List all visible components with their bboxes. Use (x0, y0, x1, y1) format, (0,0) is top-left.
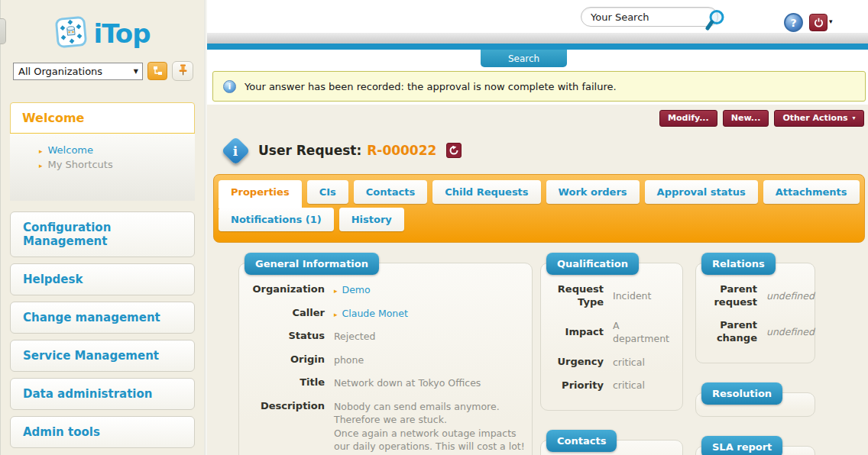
field-origin: Origin phone (245, 353, 526, 367)
search-input[interactable] (581, 7, 718, 27)
caller-link[interactable]: ▸Claude Monet (334, 307, 526, 321)
field-priority: Priority critical (547, 379, 676, 392)
relations-header[interactable]: Relations (701, 253, 776, 275)
field-label: Request Type (547, 283, 613, 309)
tab-child-requests[interactable]: Child Requests (432, 180, 540, 204)
tab-cis[interactable]: CIs (307, 180, 348, 204)
relations-panel: Relations Parent request undefined Paren… (695, 263, 815, 363)
field-label: Origin (245, 353, 334, 366)
field-parent-change: Parent change undefined (702, 319, 808, 345)
search-button[interactable]: Search (481, 50, 567, 67)
field-label: Status (245, 330, 334, 343)
field-caller: Caller ▸Claude Monet (245, 307, 526, 321)
header-blue-band (207, 44, 868, 50)
new-button-label: New... (731, 113, 761, 123)
sidebar-section-change-management[interactable]: Change management (10, 302, 195, 334)
page-title-ref: R-000022 (367, 143, 436, 158)
sidebar: iTop All Organizations ▼ (1, 0, 204, 455)
sidebar-section-helpdesk[interactable]: Helpdesk (10, 263, 195, 295)
info-glyph: i (233, 143, 238, 158)
field-organization: Organization ▸Demo (245, 283, 526, 297)
field-value: critical (613, 356, 676, 369)
bullet-icon: ▸ (39, 147, 43, 155)
sidebar-collapse-strip (0, 0, 1, 455)
organization-select-value: All Organizations (18, 66, 102, 77)
general-information-panel: General Information Organization ▸Demo C… (238, 263, 533, 455)
qualification-header[interactable]: Qualification (546, 253, 639, 275)
field-request-type: Request Type Incident (547, 283, 676, 309)
field-value: undefined (766, 325, 815, 339)
column-general: General Information Organization ▸Demo C… (238, 263, 533, 455)
bullet-icon: ▸ (334, 311, 338, 318)
column-qualification: Qualification Request Type Incident Impa… (540, 263, 683, 455)
bullet-icon: ▸ (39, 162, 43, 169)
contacts-header[interactable]: Contacts (546, 430, 617, 452)
logout-icon[interactable] (809, 14, 828, 31)
field-label: Caller (245, 307, 334, 320)
main-area: ? ▾ Search i Your answer has been record… (207, 0, 868, 455)
organization-select[interactable]: All Organizations ▼ (13, 63, 143, 80)
sidebar-section-data-administration[interactable]: Data administration (10, 378, 195, 410)
tab-approval-status[interactable]: Approval status (645, 180, 758, 204)
resolution-panel: Resolution (695, 392, 815, 417)
field-value: Rejected (334, 330, 526, 344)
field-value[interactable]: Claude Monet (342, 308, 408, 319)
search-icon[interactable] (704, 8, 727, 34)
object-info-icon: i (221, 136, 250, 165)
help-icon[interactable]: ? (784, 13, 803, 32)
tab-attachments[interactable]: Attachments (763, 180, 860, 204)
sidebar-section-configuration-management[interactable]: Configuration Management (10, 211, 195, 257)
caret-down-icon: ▾ (853, 115, 856, 121)
qualification-panel: Qualification Request Type Incident Impa… (540, 263, 683, 411)
panels-area: General Information Organization ▸Demo C… (207, 243, 868, 455)
sidebar-item-my-shortcuts[interactable]: ▸ My Shortcuts (39, 159, 187, 170)
info-glyph: i (228, 82, 232, 92)
sidebar-welcome-section: Welcome ▸ Welcome ▸ My Shortcuts (10, 102, 195, 201)
resolution-header[interactable]: Resolution (701, 382, 782, 405)
tab-bar: Properties CIs Contacts Child Requests W… (213, 174, 865, 243)
tab-contacts[interactable]: Contacts (354, 180, 427, 204)
new-button[interactable]: New... (723, 110, 769, 127)
field-status: Status Rejected (245, 330, 526, 344)
hierarchy-icon (153, 64, 163, 79)
field-label: Title (245, 376, 334, 389)
column-relations: Relations Parent request undefined Paren… (695, 263, 815, 455)
logout-caret-icon[interactable]: ▾ (829, 18, 833, 25)
tab-history[interactable]: History (339, 208, 404, 231)
banner-message: Your answer has been recorded: the appro… (245, 81, 617, 92)
field-value: Network down at Tokyo Offices (334, 376, 526, 390)
field-label: Priority (547, 379, 613, 392)
other-actions-button[interactable]: Other Actions ▾ (774, 110, 863, 127)
tabs-row-2: Notifications (1) History (219, 208, 860, 231)
sla-report-header[interactable]: SLA report (701, 436, 782, 455)
tab-work-orders[interactable]: Work orders (546, 180, 640, 204)
content-area: Modify... New... Other Actions ▾ i User … (207, 105, 868, 455)
general-information-header[interactable]: General Information (245, 253, 379, 275)
organization-link[interactable]: ▸Demo (334, 283, 526, 297)
sidebar-collapse-handle[interactable] (0, 18, 6, 44)
itop-logo-icon (54, 15, 88, 52)
field-value: Incident (613, 289, 676, 303)
organization-row: All Organizations ▼ (13, 61, 193, 81)
field-label: Parent request (702, 283, 766, 309)
field-value[interactable]: Demo (342, 284, 371, 295)
info-icon: i (223, 80, 236, 93)
sidebar-item-welcome[interactable]: ▸ Welcome (39, 144, 187, 156)
page-title: User Request: (258, 143, 361, 158)
select-arrow-icon: ▼ (130, 68, 138, 75)
hierarchy-button[interactable] (147, 62, 167, 80)
field-impact: Impact A department (547, 319, 676, 346)
banner-wrap: i Your answer has been recorded: the app… (207, 69, 868, 105)
modify-button-label: Modify... (668, 113, 709, 123)
field-urgency: Urgency critical (547, 356, 676, 369)
tab-notifications[interactable]: Notifications (1) (219, 208, 334, 231)
sidebar-section-service-management[interactable]: Service Management (10, 340, 195, 372)
refresh-button[interactable] (446, 143, 462, 158)
pin-menu-button[interactable] (172, 61, 193, 81)
sidebar-section-welcome[interactable]: Welcome (10, 102, 195, 134)
tab-properties[interactable]: Properties (219, 180, 302, 208)
sidebar-section-admin-tools[interactable]: Admin tools (10, 416, 195, 448)
sidebar-item-label: My Shortcuts (48, 159, 113, 170)
field-value: A department (613, 319, 676, 346)
modify-button[interactable]: Modify... (659, 110, 717, 127)
